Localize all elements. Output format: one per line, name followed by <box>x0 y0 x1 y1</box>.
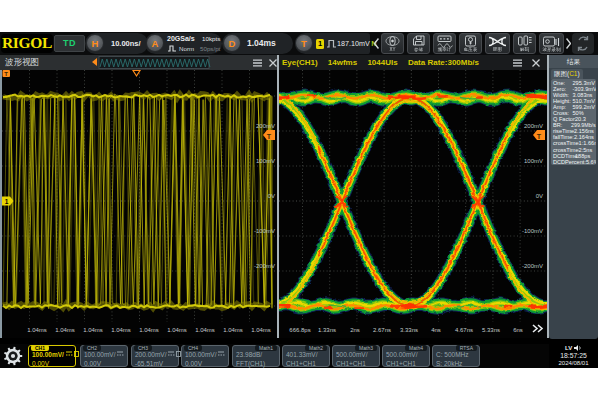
svg-text:6ns: 6ns <box>513 327 523 333</box>
svg-text:100mV: 100mV <box>524 158 543 164</box>
svg-text:4ns: 4ns <box>431 327 441 333</box>
svg-text:T: T <box>267 133 272 140</box>
svg-text:1.04ms: 1.04ms <box>139 327 159 333</box>
svg-text:2ns: 2ns <box>350 327 360 333</box>
svg-text:1: 1 <box>5 198 9 205</box>
svg-text:200mV: 200mV <box>256 123 275 129</box>
svg-text:1.04ms: 1.04ms <box>55 327 75 333</box>
svg-text:1.33ns: 1.33ns <box>318 327 336 333</box>
svg-text:0V: 0V <box>268 193 275 199</box>
svg-text:1.04ms: 1.04ms <box>167 327 187 333</box>
svg-text:1.04ms: 1.04ms <box>251 327 271 333</box>
svg-text:-200mV: -200mV <box>522 263 543 269</box>
svg-text:1.04ms: 1.04ms <box>83 327 103 333</box>
svg-text:3.33ns: 3.33ns <box>400 327 418 333</box>
svg-text:200mV: 200mV <box>524 123 543 129</box>
svg-text:-100mV: -100mV <box>254 228 275 234</box>
svg-text:0V: 0V <box>536 193 543 199</box>
svg-text:T: T <box>537 133 542 140</box>
svg-text:666.8ps: 666.8ps <box>289 327 310 333</box>
svg-text:4.67ns: 4.67ns <box>455 327 473 333</box>
svg-text:5.33ns: 5.33ns <box>482 327 500 333</box>
svg-text:1.04ms: 1.04ms <box>223 327 243 333</box>
svg-text:2.67ns: 2.67ns <box>373 327 391 333</box>
svg-text:1.04ms: 1.04ms <box>111 327 131 333</box>
svg-text:1.04ms: 1.04ms <box>195 327 215 333</box>
svg-text:-100mV: -100mV <box>522 228 543 234</box>
svg-text:-200mV: -200mV <box>254 263 275 269</box>
svg-text:T: T <box>4 71 8 77</box>
svg-text:100mV: 100mV <box>256 158 275 164</box>
svg-text:1.04ms: 1.04ms <box>27 327 47 333</box>
